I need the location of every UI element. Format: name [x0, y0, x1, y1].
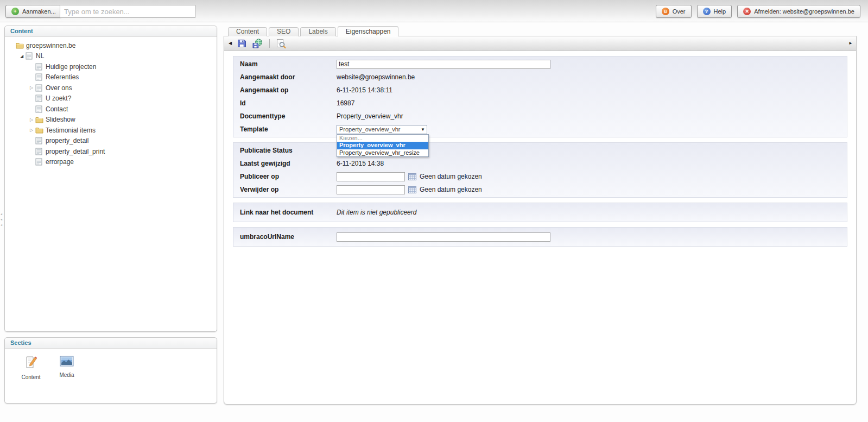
document-icon: [35, 148, 45, 155]
media-section-icon: [60, 355, 74, 369]
tree-item-errorpage[interactable]: errorpage: [5, 157, 217, 168]
property-row-umbraco-url-name: umbracoUrlName: [233, 229, 847, 245]
tab-eigenschappen[interactable]: Eigenschappen: [338, 26, 399, 36]
tree-item-label: NL: [36, 52, 44, 60]
sections-panel: Secties ContentMedia: [4, 337, 217, 404]
property-row-template: Template Property_overview_vhr ▼ Kiezen.…: [233, 123, 847, 136]
tree-item-contact[interactable]: Contact: [5, 104, 217, 115]
calendar-icon[interactable]: [408, 173, 416, 180]
search-input[interactable]: [60, 5, 195, 18]
id-value: 16987: [337, 99, 354, 107]
expand-icon[interactable]: ▷: [28, 128, 35, 133]
tree-item-u-zoekt[interactable]: U zoekt?: [5, 93, 217, 104]
document-icon: [26, 52, 35, 60]
template-option-property-overview-vhr[interactable]: Property_overview_vhr: [337, 142, 428, 149]
document-icon: [35, 63, 45, 71]
property-row-verwijder-op: Verwijder op Geen datum gekozen: [233, 183, 847, 196]
collapse-left-icon: ◂: [1, 218, 4, 221]
preview-button[interactable]: [276, 39, 286, 49]
tree-item-label: errorpage: [46, 158, 74, 166]
tree-item-label: Contact: [46, 105, 68, 113]
section-item-media[interactable]: Media: [55, 355, 79, 380]
section-item-content[interactable]: Content: [19, 355, 43, 380]
save-button[interactable]: [237, 39, 247, 48]
over-button[interactable]: u Over: [656, 5, 692, 18]
toolbar-divider: [269, 39, 270, 48]
expand-icon[interactable]: ▷: [28, 85, 35, 90]
template-option-kiezen[interactable]: Kiezen...: [337, 135, 428, 142]
tab-labels[interactable]: Labels: [300, 27, 335, 36]
properties-section-urlname: umbracoUrlName: [233, 227, 847, 247]
template-option-property-overview-vhr-resize[interactable]: Property_overview_vhr_resize: [337, 149, 428, 157]
topbar: + Aanmaken... u Over ? Help ✕ Afmelden: …: [0, 0, 868, 22]
naam-input[interactable]: [337, 60, 550, 69]
collapse-icon[interactable]: ◢: [18, 54, 26, 59]
tab-content[interactable]: Content: [228, 27, 267, 36]
field-label-naam: Naam: [240, 60, 337, 68]
folder-icon: [16, 42, 25, 49]
field-label-id: Id: [240, 99, 337, 107]
properties-pane: Naam Aangemaakt door website@groepswinne…: [224, 51, 856, 256]
save-publish-button[interactable]: [252, 39, 263, 49]
template-select[interactable]: Property_overview_vhr ▼: [337, 125, 427, 134]
property-row-aangemaakt-op: Aangemaakt op 6-11-2015 14:38:11: [233, 84, 847, 97]
field-label-template: Template: [240, 125, 337, 133]
document-icon: [35, 73, 45, 81]
folder-icon: [35, 116, 45, 123]
content-section-icon: [24, 355, 38, 371]
help-button-label: Help: [714, 8, 726, 15]
property-row-documenttype: Documenttype Property_overview_vhr: [233, 110, 847, 123]
logout-button[interactable]: ✕ Afmelden: website@groepswinnen.be: [737, 5, 860, 18]
tree-item-label: Referenties: [46, 73, 79, 81]
tree-item-groepswinnen-be[interactable]: groepswinnen.be: [5, 40, 217, 51]
tree-item-nl[interactable]: ◢NL: [5, 51, 217, 62]
help-button[interactable]: ? Help: [697, 5, 732, 18]
aangemaakt-op-value: 6-11-2015 14:38:11: [337, 86, 392, 94]
toolbar-scroll-left-icon[interactable]: ◀: [229, 41, 232, 46]
field-label-verwijder-op: Verwijder op: [240, 186, 337, 193]
link-value: Dit item is niet gepubliceerd: [337, 209, 416, 216]
editor-toolbar: ◀: [224, 36, 856, 51]
field-label-publicatie-status: Publicatie Status: [240, 147, 337, 154]
verwijder-op-input[interactable]: [337, 185, 405, 194]
tree-item-testimonial-items[interactable]: ▷Testimonial items: [5, 125, 217, 136]
preview-magnifier-icon: [276, 39, 286, 49]
calendar-icon[interactable]: [408, 186, 416, 193]
property-row-naam: Naam: [233, 58, 847, 71]
plus-icon: +: [11, 8, 19, 15]
section-item-label: Content: [21, 374, 40, 380]
tree-item-referenties[interactable]: Referenties: [5, 72, 217, 83]
document-icon: [35, 84, 45, 92]
question-icon: ?: [703, 8, 711, 15]
tree-item-label: Slideshow: [46, 116, 75, 123]
umbraco-info-icon: u: [662, 8, 669, 15]
properties-section-publication: Publicatie Status Laatst gewijzigd 6-11-…: [233, 142, 847, 198]
expand-icon[interactable]: ▷: [28, 117, 35, 122]
content-tree: groepswinnen.be◢NLHuidige projectenRefer…: [5, 37, 217, 167]
tree-item-label: property_detail: [46, 137, 88, 144]
tree-item-huidige-projecten[interactable]: Huidige projecten: [5, 61, 217, 72]
panel-splitter[interactable]: ◂ ◂ ◂: [1, 212, 4, 226]
template-select-value: Property_overview_vhr: [339, 126, 401, 133]
field-label-publiceer-op: Publiceer op: [240, 173, 337, 180]
property-row-link: Link naar het document Dit item is niet …: [233, 204, 847, 221]
umbraco-url-name-input[interactable]: [337, 232, 550, 242]
property-row-id: Id 16987: [233, 97, 847, 110]
tree-item-label: groepswinnen.be: [26, 42, 75, 49]
topbar-right-buttons: u Over ? Help ✕ Afmelden: website@groeps…: [656, 5, 860, 18]
publiceer-op-input[interactable]: [337, 172, 405, 181]
tree-panel-title: Content: [5, 26, 217, 37]
tree-item-over-ons[interactable]: ▷Over ons: [5, 83, 217, 93]
toolbar-scroll-right-icon[interactable]: ►: [848, 41, 853, 46]
tree-item-property-detail[interactable]: property_detail: [5, 136, 217, 147]
collapse-left-icon: ◂: [1, 223, 4, 226]
document-icon: [35, 158, 45, 166]
tab-seo[interactable]: SEO: [269, 27, 299, 36]
field-label-laatst-gewijzigd: Laatst gewijzigd: [240, 160, 337, 167]
tab-strip: ContentSEOLabelsEigenschappen: [228, 26, 398, 36]
chevron-down-icon: ▼: [421, 127, 425, 132]
create-button[interactable]: + Aanmaken...: [5, 5, 62, 18]
tree-item-property-detail-print[interactable]: property_detail_print: [5, 146, 217, 157]
tree-item-slideshow[interactable]: ▷Slideshow: [5, 115, 217, 125]
over-button-label: Over: [673, 8, 686, 15]
